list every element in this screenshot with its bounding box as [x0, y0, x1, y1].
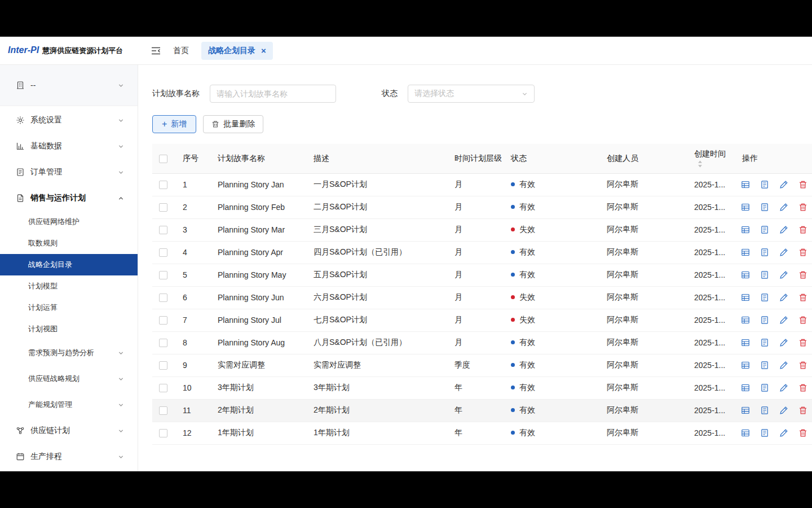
tab-strategic-catalog[interactable]: 战略企划目录 × — [201, 42, 273, 60]
sidebar-item-plan-view[interactable]: 计划视图 — [0, 318, 138, 340]
edit-icon[interactable] — [779, 406, 788, 415]
delete-icon[interactable] — [798, 225, 807, 234]
plan-description: 四月S&OP计划（已引用） — [304, 241, 445, 264]
tab-close-icon[interactable]: × — [261, 46, 266, 55]
view-detail-icon[interactable] — [741, 428, 750, 437]
delete-icon[interactable] — [798, 180, 807, 189]
chevron-down-icon — [522, 91, 528, 97]
plan-table: 序号 计划故事名称 描述 时间计划层级 状态 创建人员 创建时间 操作 — [152, 144, 812, 445]
copy-file-icon[interactable] — [760, 248, 769, 257]
select-all-checkbox[interactable] — [159, 155, 167, 163]
menu-fold-icon[interactable] — [151, 47, 161, 55]
sidebar-item-plan-model[interactable]: 计划模型 — [0, 275, 138, 297]
copy-file-icon[interactable] — [760, 225, 769, 234]
view-detail-icon[interactable] — [741, 270, 750, 279]
delete-icon[interactable] — [798, 293, 807, 302]
sidebar-item-supply-strategy[interactable]: 供应链战略规划 — [0, 366, 138, 392]
edit-icon[interactable] — [779, 203, 788, 212]
sidebar-item-supply-chain-plan[interactable]: 供应链计划 — [0, 418, 138, 444]
delete-icon[interactable] — [798, 406, 807, 415]
created-time: 2025-1... — [685, 286, 733, 309]
view-detail-icon[interactable] — [741, 293, 750, 302]
delete-icon[interactable] — [798, 203, 807, 212]
delete-icon[interactable] — [798, 316, 807, 325]
delete-icon[interactable] — [798, 361, 807, 370]
status-dot — [511, 340, 515, 344]
sort-icon[interactable] — [698, 160, 703, 168]
edit-icon[interactable] — [779, 428, 788, 437]
row-checkbox[interactable] — [159, 181, 167, 189]
view-detail-icon[interactable] — [741, 180, 750, 189]
sidebar-item-plan-calculation[interactable]: 计划运算 — [0, 297, 138, 318]
row-checkbox[interactable] — [159, 384, 167, 392]
delete-icon[interactable] — [798, 338, 807, 347]
org-selector[interactable]: -- — [0, 65, 138, 106]
status-text: 有效 — [519, 247, 535, 256]
delete-icon[interactable] — [798, 270, 807, 279]
sidebar-item-capacity-planning[interactable]: 产能规划管理 — [0, 392, 138, 418]
row-checkbox[interactable] — [159, 406, 167, 415]
status-dot — [511, 182, 515, 186]
copy-file-icon[interactable] — [760, 270, 769, 279]
row-checkbox[interactable] — [159, 248, 167, 257]
edit-icon[interactable] — [779, 361, 788, 370]
plan-name-input[interactable] — [210, 85, 336, 103]
sidebar-item-fetch-rules[interactable]: 取数规则 — [0, 233, 138, 254]
add-button[interactable]: + 新增 — [152, 115, 196, 133]
row-checkbox[interactable] — [159, 271, 167, 279]
sidebar-item-base-data[interactable]: 基础数据 — [0, 133, 138, 159]
batch-delete-button[interactable]: 批量删除 — [203, 115, 263, 133]
copy-file-icon[interactable] — [760, 203, 769, 212]
row-checkbox[interactable] — [159, 429, 167, 437]
copy-file-icon[interactable] — [760, 428, 769, 437]
checkbox-cell — [152, 264, 174, 286]
sidebar-item-order-management[interactable]: 订单管理 — [0, 159, 138, 185]
row-checkbox[interactable] — [159, 316, 167, 325]
edit-icon[interactable] — [779, 180, 788, 189]
copy-file-icon[interactable] — [760, 293, 769, 302]
sidebar-item-strategic-catalog[interactable]: 战略企划目录 — [0, 254, 138, 275]
row-checkbox[interactable] — [159, 294, 167, 302]
row-checkbox[interactable] — [159, 361, 167, 370]
view-detail-icon[interactable] — [741, 225, 750, 234]
copy-file-icon[interactable] — [760, 338, 769, 347]
edit-icon[interactable] — [779, 338, 788, 347]
brand-area: Inter-PI 慧湃供应链资源计划平台 — [0, 45, 138, 56]
delete-icon[interactable] — [798, 383, 807, 392]
copy-file-icon[interactable] — [760, 361, 769, 370]
row-checkbox[interactable] — [159, 226, 167, 234]
sidebar-item-production-scheduling[interactable]: 生产排程 — [0, 444, 138, 470]
view-detail-icon[interactable] — [741, 361, 750, 370]
edit-icon[interactable] — [779, 383, 788, 392]
edit-icon[interactable] — [779, 293, 788, 302]
status-select[interactable]: 请选择状态 — [408, 85, 535, 103]
view-detail-icon[interactable] — [741, 316, 750, 325]
copy-file-icon[interactable] — [760, 316, 769, 325]
sidebar-item-demand-forecast[interactable]: 需求预测与趋势分析 — [0, 340, 138, 366]
delete-icon[interactable] — [798, 428, 807, 437]
view-detail-icon[interactable] — [741, 338, 750, 347]
copy-file-icon[interactable] — [760, 383, 769, 392]
sidebar-item-system-settings[interactable]: 系统设置 — [0, 107, 138, 133]
view-detail-icon[interactable] — [741, 406, 750, 415]
row-checkbox[interactable] — [159, 339, 167, 347]
sidebar-item-sop[interactable]: 销售与运作计划 — [0, 185, 138, 211]
view-detail-icon[interactable] — [741, 248, 750, 257]
view-detail-icon[interactable] — [741, 383, 750, 392]
main-content: 计划故事名称 状态 请选择状态 + 新增 批量删除 — [138, 65, 812, 471]
edit-icon[interactable] — [779, 316, 788, 325]
sidebar-item-network-maintenance[interactable]: 供应链网络维护 — [0, 211, 138, 233]
view-detail-icon[interactable] — [741, 203, 750, 212]
copy-file-icon[interactable] — [760, 406, 769, 415]
actions-cell — [733, 241, 812, 264]
tab-home[interactable]: 首页 — [173, 46, 189, 56]
row-checkbox[interactable] — [159, 203, 167, 212]
edit-icon[interactable] — [779, 248, 788, 257]
edit-icon[interactable] — [779, 225, 788, 234]
chevron-down-icon — [118, 428, 124, 434]
chevron-down-icon — [118, 402, 124, 408]
time-level: 月 — [445, 173, 502, 196]
copy-file-icon[interactable] — [760, 180, 769, 189]
delete-icon[interactable] — [798, 248, 807, 257]
edit-icon[interactable] — [779, 270, 788, 279]
